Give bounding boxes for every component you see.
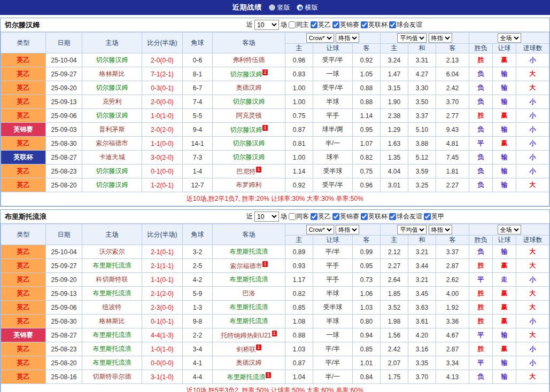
team-name-link[interactable]: 沃尔索尔: [99, 248, 125, 255]
home-team-cell[interactable]: 布里斯托流浪: [82, 328, 142, 342]
team-name-link[interactable]: 布里斯托流浪: [93, 289, 131, 297]
euro-odds-time-select[interactable]: 终指: [429, 225, 452, 234]
euro-odds-time-select[interactable]: 终指: [429, 33, 452, 43]
filter-checkbox[interactable]: 英锦赛: [332, 20, 359, 29]
away-team-cell[interactable]: 弗利特伍德: [213, 53, 285, 67]
away-team-cell[interactable]: 奥德汉姆: [213, 81, 285, 95]
checkbox-input[interactable]: [389, 21, 396, 28]
away-team-cell[interactable]: 布罗姆利: [213, 178, 285, 192]
checkbox-input[interactable]: [332, 21, 339, 28]
filter-checkbox[interactable]: 球会友谊: [389, 212, 422, 221]
home-team-cell[interactable]: 切斯特菲尔德: [82, 370, 142, 384]
team-name-link[interactable]: 布里斯托流浪: [93, 359, 131, 366]
team-name-link[interactable]: 切尔滕汉姆: [96, 84, 128, 91]
team-name-link[interactable]: 切尔滕汉姆: [230, 70, 262, 78]
filter-checkbox[interactable]: 英甲: [424, 212, 444, 221]
team-name-link[interactable]: 格林斯比: [99, 317, 125, 325]
filter-checkbox[interactable]: 英联杯: [361, 20, 388, 29]
away-team-cell[interactable]: 切尔滕汉姆: [213, 137, 285, 151]
team-name-link[interactable]: 纽波特: [103, 303, 122, 311]
euro-odds-source-select[interactable]: 平均值: [397, 225, 427, 234]
checkbox-input[interactable]: [361, 21, 368, 28]
checkbox-input[interactable]: [289, 213, 296, 220]
home-team-cell[interactable]: 切尔滕汉姆: [82, 109, 142, 123]
home-team-cell[interactable]: 布里斯托流浪: [82, 356, 142, 370]
team-name-link[interactable]: 索尔福德市: [96, 139, 128, 147]
team-name-link[interactable]: 布里斯托流浪: [93, 345, 131, 352]
match-count-select[interactable]: 10: [254, 211, 279, 222]
home-team-cell[interactable]: 科切斯特联: [82, 273, 142, 287]
bookmaker-select[interactable]: Crow*: [306, 225, 334, 234]
away-team-cell[interactable]: 布里斯托流浪: [213, 315, 285, 328]
away-team-cell[interactable]: 布里斯托流浪: [213, 301, 285, 315]
team-name-link[interactable]: 切尔滕汉姆: [96, 56, 128, 64]
away-team-cell[interactable]: 巴尼特1: [213, 164, 285, 178]
checkbox-input[interactable]: [311, 213, 317, 220]
home-team-cell[interactable]: 格林斯比: [82, 315, 142, 328]
team-name-link[interactable]: 科切斯特联: [96, 276, 128, 283]
checkbox-input[interactable]: [311, 21, 317, 28]
away-team-cell[interactable]: 切尔滕汉姆2: [213, 67, 285, 81]
home-team-cell[interactable]: 克劳利: [82, 95, 142, 109]
away-team-cell[interactable]: 切尔滕汉姆: [213, 151, 285, 164]
bookmaker-select[interactable]: Crow*: [306, 33, 334, 43]
home-team-cell[interactable]: 格林斯比: [82, 67, 142, 81]
team-name-link[interactable]: 布里斯托流浪: [230, 276, 268, 283]
away-team-cell[interactable]: 剑桥联1: [213, 342, 285, 356]
layout-radio-vertical[interactable]: 竖版: [269, 3, 290, 12]
euro-odds-source-select[interactable]: 平均值: [397, 33, 427, 43]
team-name-link[interactable]: 切尔滕汉姆: [230, 126, 262, 134]
team-name-link[interactable]: 切尔滕汉姆: [96, 112, 128, 119]
team-name-link[interactable]: 切尔滕汉姆: [233, 98, 265, 105]
filter-checkbox[interactable]: 同客: [289, 212, 309, 221]
home-team-cell[interactable]: 沃尔索尔: [82, 245, 142, 259]
away-team-cell[interactable]: 阿克灵顿: [213, 109, 285, 123]
team-name-link[interactable]: 奥德汉姆: [236, 359, 262, 366]
filter-checkbox[interactable]: 英联杯: [361, 212, 388, 221]
team-name-link[interactable]: 切尔滕汉姆: [96, 181, 128, 189]
away-team-cell[interactable]: 奥德汉姆: [213, 356, 285, 370]
team-name-link[interactable]: 格林斯比: [99, 70, 125, 77]
home-team-cell[interactable]: 切尔滕汉姆: [82, 81, 142, 95]
home-team-cell[interactable]: 纽波特: [82, 301, 142, 315]
team-name-link[interactable]: 布里斯托流浪: [230, 248, 268, 255]
team-name-link[interactable]: 布里斯托流浪: [93, 262, 131, 269]
match-count-select[interactable]: 10: [254, 20, 279, 30]
home-team-cell[interactable]: 布里斯托流浪: [82, 259, 142, 273]
away-team-cell[interactable]: 切尔滕汉姆: [213, 95, 285, 109]
result-scope-select[interactable]: 全场: [498, 225, 521, 234]
away-team-cell[interactable]: 切尔滕汉姆1: [213, 123, 285, 137]
team-name-link[interactable]: 阿克灵顿: [236, 112, 262, 119]
team-name-link[interactable]: 布罗姆利: [236, 181, 262, 189]
filter-checkbox[interactable]: 球会友谊: [389, 20, 422, 29]
team-name-link[interactable]: 托特纳姆热刺U21: [221, 332, 271, 339]
home-team-cell[interactable]: 卡迪夫城: [82, 151, 142, 164]
team-name-link[interactable]: 索尔福德市: [230, 262, 262, 270]
team-name-link[interactable]: 布里斯托流浪: [93, 331, 131, 339]
home-team-cell[interactable]: 切尔滕汉姆: [82, 164, 142, 178]
team-name-link[interactable]: 巴尼特: [236, 168, 255, 175]
team-name-link[interactable]: 布里斯托流浪: [227, 373, 265, 381]
checkbox-input[interactable]: [332, 213, 339, 220]
filter-checkbox[interactable]: 英锦赛: [332, 212, 359, 221]
team-name-link[interactable]: 卡迪夫城: [99, 153, 125, 161]
layout-radio-horizontal[interactable]: 横版: [297, 3, 318, 12]
checkbox-input[interactable]: [389, 213, 396, 220]
team-name-link[interactable]: 切尔滕汉姆: [96, 167, 128, 175]
away-team-cell[interactable]: 索尔福德市1: [213, 259, 285, 273]
asian-odds-time-select[interactable]: 终指: [336, 225, 359, 234]
result-scope-select[interactable]: 全场: [498, 33, 521, 43]
filter-checkbox[interactable]: 同主: [289, 20, 309, 29]
team-name-link[interactable]: 巴洛: [243, 289, 255, 297]
checkbox-input[interactable]: [424, 213, 431, 220]
checkbox-input[interactable]: [361, 213, 368, 220]
checkbox-input[interactable]: [289, 21, 296, 28]
home-team-cell[interactable]: 切尔滕汉姆: [82, 178, 142, 192]
away-team-cell[interactable]: 布里斯托流浪: [213, 245, 285, 259]
team-name-link[interactable]: 布里斯托流浪: [230, 303, 268, 311]
home-team-cell[interactable]: 切尔滕汉姆: [82, 53, 142, 67]
team-name-link[interactable]: 弗利特伍德: [233, 56, 265, 64]
away-team-cell[interactable]: 布里斯托流浪1: [213, 370, 285, 384]
team-name-link[interactable]: 克劳利: [103, 98, 122, 105]
team-name-link[interactable]: 剑桥联: [236, 346, 255, 353]
